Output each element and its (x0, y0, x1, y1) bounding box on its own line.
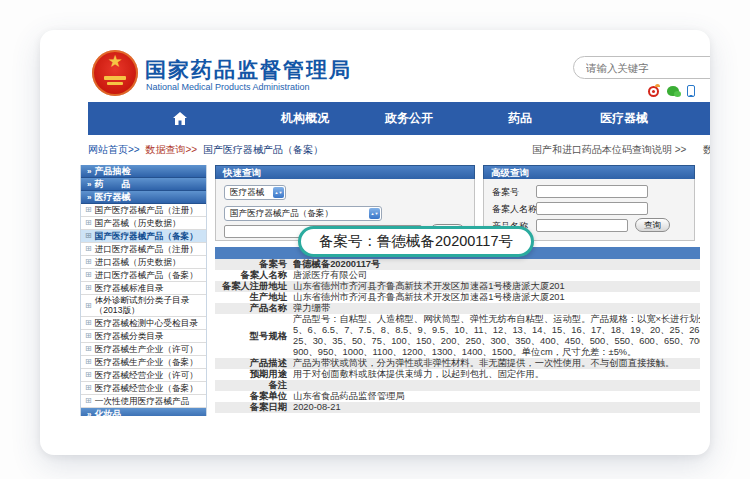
reg-number-input[interactable] (536, 185, 648, 198)
expand-icon: ⊞ (85, 369, 92, 381)
sidebar-item[interactable]: ⊞体外诊断试剂分类子目录（2013版） (81, 295, 206, 317)
sidebar-item-selected[interactable]: ⊞国产医疗器械产品（备案） (81, 230, 206, 243)
breadcrumb-current: 国产医疗器械产品（备案） (203, 144, 323, 155)
double-arrow-icon: » (87, 193, 91, 202)
category-select[interactable]: 医疗器械 ▲▼ (224, 185, 286, 200)
sidebar-section-drugs[interactable]: »药 品 (81, 178, 206, 191)
sidebar-item[interactable]: ⊞医疗器械生产企业（备案） (81, 356, 206, 369)
table-row: 预期用途 用于对创面敷料或肢体提供束缚力，以起到包扎、固定作用。 (215, 369, 700, 380)
emblem-gate-icon (104, 76, 126, 80)
sidebar-section-product-sampling[interactable]: »产品抽检 (81, 165, 206, 178)
table-row: 备案人名称 唐派医疗有限公司 (215, 270, 700, 281)
double-arrow-icon: » (87, 167, 91, 176)
expand-icon: ⊞ (85, 317, 92, 329)
expand-icon: ⊞ (85, 395, 92, 407)
nav-item-organization[interactable]: 机构概况 (281, 102, 329, 135)
sidebar-item[interactable]: ⊞医疗器械经营企业（许可） (81, 369, 206, 382)
table-row: 备案日期 2020-08-21 (215, 402, 700, 413)
sidebar-item[interactable]: ⊞国产医疗器械产品（注册） (81, 204, 206, 217)
double-arrow-icon: » (87, 180, 91, 189)
expand-icon: ⊞ (85, 243, 92, 255)
sidebar-item[interactable]: ⊞进口医疗器械产品（备案） (81, 269, 206, 282)
nav-item-gov-affairs[interactable]: 政务公开 (385, 102, 433, 135)
table-row: 产品名称 弹力绷带 (215, 303, 700, 314)
sidebar-item[interactable]: ⊞国产器械（历史数据） (81, 217, 206, 230)
registrant-name-input[interactable] (536, 202, 648, 215)
home-icon (173, 112, 187, 125)
site-title: 国家药品监督管理局 (145, 56, 352, 84)
expand-icon: ⊞ (85, 282, 92, 294)
expand-icon: ⊞ (85, 382, 92, 394)
browser-page-card: ★ 国家药品监督管理局 National Medical Products Ad… (40, 30, 710, 455)
expand-icon: ⊞ (85, 204, 92, 216)
field-label-registrant-name: 备案人名称 (492, 203, 537, 216)
table-row: 备案号 鲁德械备20200117号 (215, 259, 700, 270)
sidebar-section-medical-devices[interactable]: »医疗器械 (81, 191, 206, 204)
emblem-star-icon: ★ (92, 53, 138, 70)
breadcrumb-dataquery-link[interactable]: 数据查询>> (145, 144, 197, 155)
registration-number-callout: 备案号：鲁德械备20200117号 (298, 226, 534, 257)
sidebar-item[interactable]: ⊞医疗器械生产企业（许可） (81, 343, 206, 356)
expand-icon: ⊞ (85, 217, 92, 229)
field-label-reg-number: 备案号 (492, 186, 519, 199)
quick-query-title: 快速查询 (215, 165, 475, 179)
expand-icon: ⊞ (85, 269, 92, 281)
sidebar-item[interactable]: ⊞医疗器械分类目录 (81, 330, 206, 343)
site-subtitle: National Medical Products Administration (146, 82, 310, 92)
nav-item-drugs[interactable]: 药品 (508, 102, 532, 135)
category-sidebar: »产品抽检 »药 品 »医疗器械 ⊞国产医疗器械产品（注册） ⊞国产器械（历史数… (80, 165, 207, 416)
site-search-box[interactable] (573, 56, 710, 79)
expand-icon: ⊞ (85, 256, 92, 268)
unit-code-help-link[interactable]: 国产和进口药品本位码查询说明 >> (532, 144, 686, 155)
breadcrumb-home-link[interactable]: 网站首页>> (88, 144, 140, 155)
advanced-query-title: 高级查询 (483, 165, 695, 179)
expand-icon: ⊞ (85, 230, 92, 242)
table-row: 生产地址 山东省德州市齐河县齐鲁高新技术开发区加速器1号楼唐派大厦201 (215, 292, 700, 303)
product-name-input[interactable] (536, 219, 628, 232)
sidebar-item[interactable]: ⊞进口器械（历史数据） (81, 256, 206, 269)
breadcrumb-right-links: 国产和进口药品本位码查询说明 >> 数据查询使 (532, 143, 710, 157)
table-row: 备注 (215, 380, 700, 391)
sidebar-item[interactable]: ⊞进口医疗器械产品（注册） (81, 243, 206, 256)
double-arrow-icon: » (87, 410, 91, 416)
expand-icon: ⊞ (85, 343, 92, 355)
expand-icon: ⊞ (85, 330, 92, 342)
nav-home-button[interactable] (173, 102, 187, 135)
weibo-icon[interactable] (648, 86, 659, 97)
sidebar-item[interactable]: ⊞一次性使用医疗器械产品 (81, 395, 206, 408)
national-emblem-logo[interactable]: ★ (92, 50, 138, 96)
table-row: 型号规格 产品型号：自粘型、人造棉型、网状筒型、弹性无纺布自粘型、运动型。产品规… (215, 314, 700, 358)
sidebar-item[interactable]: ⊞医疗器械标准目录 (81, 282, 206, 295)
data-query-help-link[interactable]: 数据查询使 (703, 144, 710, 155)
table-row: 备案人注册地址 山东省德州市齐河县齐鲁高新技术开发区加速器1号楼唐派大厦201 (215, 281, 700, 292)
wechat-icon[interactable] (667, 86, 679, 96)
page-background: ★ 国家药品监督管理局 National Medical Products Ad… (0, 0, 750, 479)
breadcrumb: 网站首页>> 数据查询>> 国产医疗器械产品（备案） (88, 143, 323, 157)
main-nav: 机构概况 政务公开 药品 医疗器械 化妆品 (88, 102, 710, 135)
nav-item-medical-devices[interactable]: 医疗器械 (600, 102, 648, 135)
select-arrows-icon: ▲▼ (273, 187, 284, 198)
table-row: 备案单位 山东省食品药品监督管理局 (215, 391, 700, 402)
mobile-site-icon[interactable] (687, 85, 695, 97)
detail-table: 备案号 鲁德械备20200117号 备案人名称 唐派医疗有限公司 备案人注册地址… (215, 259, 700, 413)
sidebar-item[interactable]: ⊞医疗器械经营企业（备案） (81, 382, 206, 395)
table-row: 产品描述 产品为带状或筒状，分为弹性或非弹性材料。非无菌提供，一次性使用。不与创… (215, 358, 700, 369)
advanced-search-button[interactable]: 查询 (635, 218, 670, 232)
sidebar-item[interactable]: ⊞医疗器械检测中心受检目录 (81, 317, 206, 330)
search-input[interactable] (584, 61, 710, 75)
expand-icon: ⊞ (85, 301, 92, 311)
sidebar-section-cosmetics[interactable]: »化妆品 (81, 408, 206, 416)
social-links (648, 85, 695, 97)
expand-icon: ⊞ (85, 356, 92, 368)
subcategory-select[interactable]: 国产医疗器械产品（备案） ▲▼ (224, 206, 382, 221)
select-arrows-icon: ▲▼ (369, 208, 380, 219)
emblem-gate-base-icon (107, 82, 123, 85)
